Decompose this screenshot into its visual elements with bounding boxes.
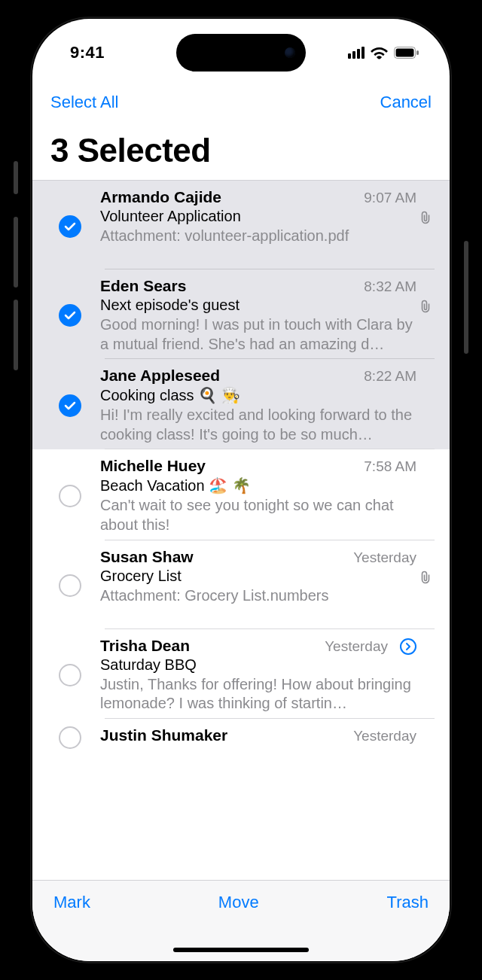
message-subject: Volunteer Application [100,208,416,225]
message-list[interactable]: Armando Cajide9:07 AMVolunteer Applicati… [32,180,450,880]
sender-name: Michelle Huey [100,457,356,475]
message-preview: Attachment: Grocery List.numbers [100,586,416,624]
empty-circle-icon[interactable] [59,726,81,749]
sender-name: Armando Cajide [100,188,356,206]
message-subject: Cooking class 🍳 👨‍🍳 [100,386,416,404]
message-row[interactable]: Trisha DeanYesterdaySaturday BBQJustin, … [32,629,450,718]
message-time: 7:58 AM [364,458,416,475]
message-subject: Saturday BBQ [100,656,416,674]
cancel-button[interactable]: Cancel [380,93,432,112]
message-preview: Can't wait to see you tonight so we can … [100,496,416,534]
message-row[interactable]: Armando Cajide9:07 AMVolunteer Applicati… [32,181,450,269]
empty-circle-icon[interactable] [59,485,81,507]
home-indicator[interactable] [173,948,309,952]
wifi-icon [371,47,388,59]
svg-rect-2 [416,50,419,55]
message-row[interactable]: Justin ShumakerYesterday [32,719,450,753]
bottom-toolbar: Mark Move Trash [32,880,450,961]
paperclip-icon [416,548,435,624]
battery-icon [394,47,419,59]
status-time: 9:41 [63,35,105,62]
move-button[interactable]: Move [218,893,259,912]
message-row[interactable]: Susan ShawYesterdayGrocery ListAttachmen… [32,540,450,628]
message-preview: Attachment: volunteer-application.pdf [100,227,416,264]
message-time: 9:07 AM [364,190,416,206]
reply-indicator-icon[interactable] [400,638,416,655]
message-time: Yesterday [353,549,416,566]
message-row[interactable]: Eden Sears8:32 AMNext episode's guestGoo… [32,269,450,358]
message-row[interactable]: Jane Appleseed8:22 AMCooking class 🍳 👨‍🍳… [32,359,450,449]
sender-name: Trisha Dean [100,637,317,655]
paperclip-icon [416,277,435,354]
sender-name: Justin Shumaker [100,726,346,744]
checkmark-icon[interactable] [59,394,81,417]
message-time: 8:32 AM [364,278,416,295]
message-subject: Grocery List [100,568,416,585]
empty-circle-icon[interactable] [59,664,81,686]
select-all-button[interactable]: Select All [50,93,119,112]
message-time: Yesterday [353,728,416,744]
checkmark-icon[interactable] [59,304,81,327]
message-subject: Next episode's guest [100,297,416,314]
mark-button[interactable]: Mark [53,893,90,912]
sender-name: Jane Appleseed [100,367,356,385]
svg-rect-1 [396,49,414,57]
trash-button[interactable]: Trash [387,893,429,912]
sender-name: Eden Sears [100,277,356,295]
message-preview: Justin, Thanks for offering! How about b… [100,675,416,714]
checkmark-icon[interactable] [59,215,81,238]
message-preview: Hi! I'm really excited and looking forwa… [100,406,416,444]
nav-bar: Select All Cancel [32,85,450,112]
message-time: 8:22 AM [364,368,416,385]
message-subject: Beach Vacation 🏖️ 🌴 [100,476,416,495]
sender-name: Susan Shaw [100,548,346,566]
dynamic-island [176,34,306,72]
message-row[interactable]: Michelle Huey7:58 AMBeach Vacation 🏖️ 🌴C… [32,449,450,539]
cellular-icon [348,47,365,59]
message-preview: Good morning! I was put in touch with Cl… [100,315,416,354]
page-title: 3 Selected [50,132,432,169]
paperclip-icon [416,188,435,264]
message-time: Yesterday [325,638,388,655]
empty-circle-icon[interactable] [59,574,81,597]
